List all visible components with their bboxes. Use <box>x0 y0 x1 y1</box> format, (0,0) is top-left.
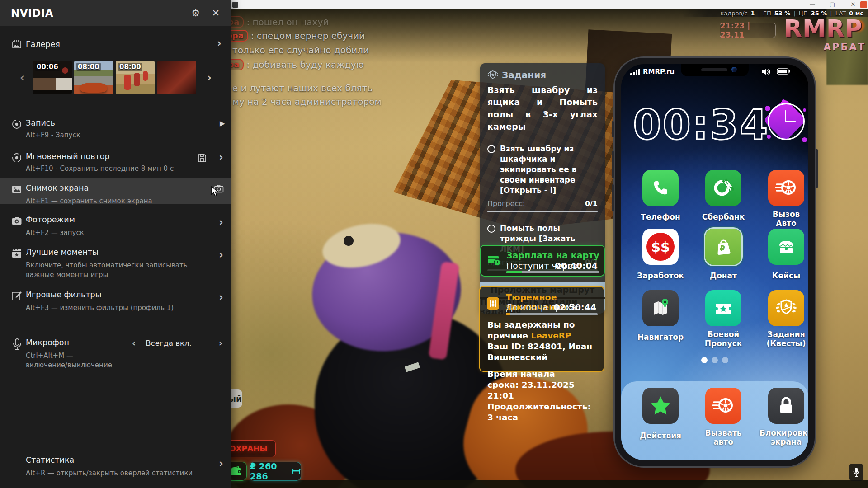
objective-circle-icon <box>487 225 495 233</box>
gallery-thumbnail[interactable]: 08:00 <box>74 61 113 94</box>
battery-icon <box>777 68 790 75</box>
microphone-mode-value: Всегда вкл. <box>144 339 193 347</box>
app-icon-navigator[interactable] <box>642 290 679 326</box>
highlights-sub: Включите, чтобы автоматически записывать… <box>26 261 194 280</box>
app-icon-sberbank[interactable] <box>705 170 741 206</box>
page-dot[interactable] <box>712 357 718 363</box>
statistics-label[interactable]: Статистика <box>26 455 74 465</box>
clip-duration: 08:00 <box>76 63 101 71</box>
save-icon[interactable] <box>198 154 207 163</box>
window-close-button[interactable]: ✕ <box>846 0 860 9</box>
app-label: Телефон <box>631 212 690 221</box>
chat-text: : добивать буду каждую <box>246 59 363 70</box>
salary-card-icon <box>487 255 501 267</box>
chevron-right-icon[interactable]: › <box>219 151 223 164</box>
map-icon <box>650 298 671 319</box>
fps-value: 1 <box>751 10 755 17</box>
microphone-icon <box>12 338 22 351</box>
page-dots[interactable] <box>621 357 808 363</box>
clip-duration: 08:00 <box>118 63 142 71</box>
money-amount: ₽ 260 286 <box>250 461 289 481</box>
page-dot-active[interactable] <box>701 357 708 363</box>
shop-bag-icon: ₽ <box>713 236 734 257</box>
photo-mode-label[interactable]: Фоторежим <box>26 215 75 224</box>
chat-text: е и лутают наших всех блять <box>232 83 373 94</box>
gallery-thumbnail[interactable]: 08:00 <box>116 61 155 94</box>
chevron-right-icon[interactable]: › <box>219 249 223 261</box>
sberbank-icon <box>713 178 734 198</box>
gear-icon[interactable]: ⚙ <box>192 8 200 19</box>
zone-tag: ОХРАНЫ <box>225 440 276 457</box>
close-icon[interactable]: ✕ <box>212 8 220 19</box>
dock-icon-actions[interactable] <box>642 388 679 424</box>
chat-text: : пошел он нахуй <box>246 17 329 28</box>
app-icon-phone[interactable] <box>642 170 679 206</box>
jail-start-line: Время начала срока: 23.11.2025 21:01 <box>487 369 589 401</box>
objective-progress-row: Прогресс: 0/1 <box>487 199 598 208</box>
screenshot-label[interactable]: Снимок экрана <box>26 183 89 192</box>
chevron-left-icon[interactable]: ‹ <box>20 71 24 84</box>
gpu-label: ГП <box>763 10 771 17</box>
objective-progress-bar <box>487 211 598 212</box>
bank-card-icon <box>292 468 301 475</box>
quest-description: Взять швабру из ящика и Помыть полы в 3-… <box>487 84 598 133</box>
wallet-icon <box>231 466 242 476</box>
signal-icon <box>633 72 635 75</box>
dock-icon-call-auto[interactable] <box>705 388 741 424</box>
chat-text: му на 2 часа администратором <box>232 96 381 107</box>
chevron-right-icon[interactable]: › <box>207 71 212 84</box>
chevron-right-icon[interactable]: › <box>217 37 222 50</box>
gallery-thumbnail[interactable] <box>157 61 196 94</box>
app-icon-donate[interactable]: ₽ <box>705 229 741 265</box>
salary-panel: Зарплата на карту Поступит через: 00:40:… <box>480 245 605 277</box>
phone-statusbar: RMRP.ru <box>621 67 808 78</box>
phone-screen: RMRP.ru 00:34 Телефон Сберб <box>621 64 808 460</box>
record-label[interactable]: Запись <box>26 118 55 127</box>
app-icon-earnings[interactable]: $$ <box>642 229 679 265</box>
chevron-right-icon[interactable]: › <box>219 216 223 229</box>
play-icon[interactable]: ▶ <box>220 119 225 127</box>
highlights-label[interactable]: Лучшие моменты <box>26 248 99 257</box>
instant-replay-icon <box>11 152 23 164</box>
app-icon-call-auto[interactable] <box>768 170 804 206</box>
window-minimize-button[interactable]: — <box>806 0 819 9</box>
clock-widget-icon[interactable] <box>764 99 807 143</box>
dock-label: Действия <box>631 431 690 440</box>
chat-line: му на 2 часа администратором <box>232 96 381 108</box>
chest-icon <box>776 236 797 257</box>
game-filters-icon <box>11 290 23 302</box>
gallery-thumbnail[interactable]: 00:06 <box>33 61 72 94</box>
chat-line: ора : пошел он нахуй <box>232 16 329 28</box>
chat-line: е и лутают наших всех блять <box>232 82 373 94</box>
ticket-star-icon <box>713 298 734 319</box>
nvidia-overlay-panel: NVIDIA ⚙ ✕ Галерея › ‹ 00:06 08:00 08:00 <box>0 0 231 488</box>
jail-panel: Тюремное заключение До конца срока: 02:5… <box>479 286 604 372</box>
objective-text: Взять швабру из шкафчика и экипировать е… <box>500 144 598 196</box>
dock-icon-lock-screen[interactable] <box>768 388 804 424</box>
chevron-right-icon[interactable]: › <box>219 291 223 304</box>
jail-bars-icon <box>487 297 499 310</box>
statistics-sub: Alt+R — открыть/закрыть оверлей статисти… <box>26 469 193 478</box>
character-cap-button <box>344 236 354 246</box>
app-icon-quests[interactable] <box>768 290 804 326</box>
chevron-left-icon[interactable]: ‹ <box>132 338 136 348</box>
game-filters-label[interactable]: Игровые фильтры <box>26 290 102 299</box>
app-label: Боевой Пропуск <box>694 330 753 348</box>
window-maximize-button[interactable]: ▢ <box>826 0 839 9</box>
instant-replay-label[interactable]: Мгновенный повтор <box>26 152 110 161</box>
app-icon-battlepass[interactable] <box>705 290 741 326</box>
divider <box>5 103 226 103</box>
microphone-label[interactable]: Микрофон <box>26 338 69 347</box>
phone-volume-up-button <box>612 151 614 178</box>
chevron-right-icon[interactable]: › <box>219 338 222 348</box>
signal-icon <box>636 70 637 75</box>
game-datetime-badge: 21:23 | 23.11 <box>720 23 776 38</box>
signal-icon <box>630 73 632 75</box>
screen-root: — ▢ ✕ кадров/с1 | ГП53 % | ЦП35 % | LAT0… <box>0 0 868 488</box>
chevron-right-icon[interactable]: › <box>219 457 223 470</box>
app-icon-cases[interactable] <box>768 229 804 265</box>
fps-label: кадров/с <box>720 10 747 17</box>
photo-mode-icon <box>11 215 23 227</box>
page-dot[interactable] <box>722 357 728 363</box>
lock-icon <box>776 395 796 416</box>
